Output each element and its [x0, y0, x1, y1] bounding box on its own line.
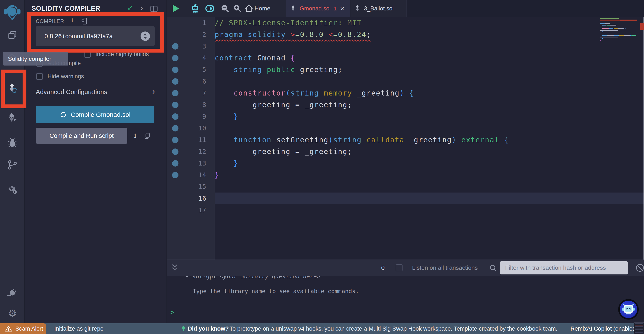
settings-icon[interactable]: ⚙ — [7, 308, 18, 319]
home-icon[interactable] — [244, 4, 254, 14]
code-line[interactable]: 3 — [167, 40, 644, 52]
line-number: 10 — [167, 122, 206, 134]
git-icon[interactable] — [7, 160, 18, 170]
include-nightly-checkbox[interactable] — [84, 51, 91, 58]
version-stepper-icon[interactable] — [140, 31, 150, 41]
plug-icon[interactable] — [7, 288, 18, 298]
line-number: 9 — [167, 111, 206, 122]
editor-scrollbar[interactable] — [643, 17, 644, 260]
advanced-configurations-row[interactable]: Advanced Configurations › — [36, 88, 155, 95]
line-number: 3 — [167, 40, 206, 52]
panel-forward-icon[interactable]: › — [140, 4, 143, 12]
plugin-manager-icon[interactable] — [7, 184, 18, 195]
compile-and-run-button[interactable]: Compile and Run script — [36, 128, 127, 144]
code-text: // SPDX-License-Identifier: MIT — [215, 17, 362, 29]
zoom-in-icon[interactable] — [233, 4, 242, 14]
zoom-out-icon[interactable] — [220, 4, 230, 14]
code-line[interactable]: 2pragma solidity >=0.8.0 <=0.8.24; — [167, 29, 644, 40]
line-number: 14 — [167, 169, 206, 181]
close-tab-icon[interactable]: × — [340, 5, 344, 12]
scam-alert-label: Scam Alert — [15, 326, 43, 332]
compiler-version-select[interactable]: 0.8.26+commit.8a97fa7a — [36, 26, 154, 46]
line-number: 1 — [167, 17, 206, 29]
code-line[interactable]: 17 — [167, 204, 644, 216]
collapse-terminal-icon[interactable] — [170, 263, 179, 273]
code-text: constructor(string memory _greeting) { — [215, 87, 414, 99]
code-line[interactable]: 7 constructor(string memory _greeting) { — [167, 87, 644, 99]
code-text: string public greeting; — [215, 64, 343, 75]
tab-3-ballot-sol[interactable]: 3_Ballot.sol — [350, 0, 407, 17]
line-number: 4 — [167, 52, 206, 64]
code-line[interactable]: 12 greeting = _greeting; — [167, 146, 644, 157]
tab-error-badge: 1 — [334, 5, 337, 12]
line-number: 5 — [167, 64, 206, 75]
clear-console-icon[interactable] — [635, 263, 644, 273]
solidity-compiler-icon[interactable] — [7, 82, 18, 93]
code-line[interactable]: 13 } — [167, 157, 644, 169]
line-number: 16 — [167, 193, 206, 204]
compiler-license-icon[interactable] — [80, 17, 88, 26]
transaction-count-badge: 0 — [381, 260, 384, 276]
deploy-run-icon[interactable] — [7, 112, 18, 123]
run-script-play-button[interactable] — [173, 5, 179, 12]
minimap-line — [600, 25, 638, 25]
compile-and-run-label: Compile and Run script — [50, 132, 114, 139]
remixai-robot-icon[interactable] — [190, 3, 201, 15]
chevron-right-icon: › — [152, 87, 155, 96]
code-line[interactable]: 14} — [167, 169, 644, 181]
code-text: } — [215, 157, 238, 169]
home-tab[interactable]: Home — [254, 0, 270, 17]
listen-transactions-checkbox[interactable] — [396, 265, 402, 271]
init-git-repo-button[interactable]: Initialize as git repo — [54, 323, 104, 334]
solidity-compiler-panel: SOLIDITY COMPILER ✓ › COMPILER + 0.8.26+… — [24, 0, 167, 323]
remix-logo-icon[interactable] — [2, 2, 22, 22]
add-compiler-icon[interactable]: + — [70, 16, 74, 24]
activity-bar: ⚙ — [0, 0, 24, 334]
code-line[interactable]: 15 — [167, 181, 644, 193]
code-line[interactable]: 4contract Gmonad { — [167, 52, 644, 64]
minimap-line — [600, 45, 638, 46]
terminal-prompt[interactable]: > — [170, 308, 174, 316]
tab-label: 3_Ballot.sol — [364, 5, 394, 12]
code-line[interactable]: 16 — [167, 193, 644, 204]
code-editor[interactable]: 1// SPDX-License-Identifier: MIT2pragma … — [167, 17, 644, 260]
status-bar: Scam Alert Initialize as git repo Did yo… — [0, 323, 644, 334]
did-you-know-label: Did you know? — [188, 323, 229, 334]
copilot-robot-icon — [622, 302, 636, 316]
remixai-copilot-fab[interactable] — [618, 299, 639, 320]
tab-gmonad-sol[interactable]: Gmonad.sol 1 × — [286, 0, 350, 17]
editor-minimap[interactable] — [600, 18, 638, 47]
advanced-configurations-label: Advanced Configurations — [36, 88, 107, 95]
minimap-line — [600, 28, 638, 29]
copilot-toggle-icon[interactable] — [204, 4, 216, 14]
panel-title: SOLIDITY COMPILER — [32, 5, 100, 12]
did-you-know-text: To prototype on a uniswap v4 hooks, you … — [230, 323, 557, 334]
tab-label: Gmonad.sol — [300, 5, 331, 12]
code-line[interactable]: 10 — [167, 122, 644, 134]
minimap-line — [600, 42, 638, 42]
file-explorer-icon[interactable] — [7, 30, 18, 40]
line-number: 12 — [167, 146, 206, 157]
minimap-line — [600, 38, 638, 39]
code-line[interactable]: 1// SPDX-License-Identifier: MIT — [167, 17, 644, 29]
compile-button-label: Compile Gmonad.sol — [71, 111, 130, 118]
code-line[interactable]: 11 function setGreeting(string calldata … — [167, 134, 644, 146]
code-line[interactable]: 9 } — [167, 111, 644, 122]
code-text: function setGreeting(string calldata _gr… — [215, 134, 509, 146]
code-text: pragma solidity >=0.8.0 <=0.8.24; — [215, 29, 371, 40]
remixai-copilot-status[interactable]: RemixAI Copilot (enabled) — [570, 323, 638, 334]
code-line[interactable]: 8 greeting = _greeting; — [167, 99, 644, 111]
code-line[interactable]: 6 — [167, 75, 644, 87]
compile-button[interactable]: Compile Gmonad.sol — [36, 106, 154, 123]
compile-success-check-icon: ✓ — [127, 4, 133, 12]
split-panel-icon[interactable] — [150, 5, 158, 14]
scam-alert-badge[interactable]: Scam Alert — [0, 323, 46, 334]
debugger-icon[interactable] — [7, 137, 18, 148]
terminal-header: 0 Listen on all transactions — [167, 260, 644, 276]
terminal-search-icon — [489, 264, 498, 273]
transaction-filter-input[interactable] — [500, 261, 628, 275]
info-icon[interactable]: i — [134, 131, 136, 139]
copy-icon[interactable] — [143, 132, 151, 140]
code-line[interactable]: 5 string public greeting; — [167, 64, 644, 75]
hide-warnings-checkbox[interactable] — [36, 73, 43, 80]
